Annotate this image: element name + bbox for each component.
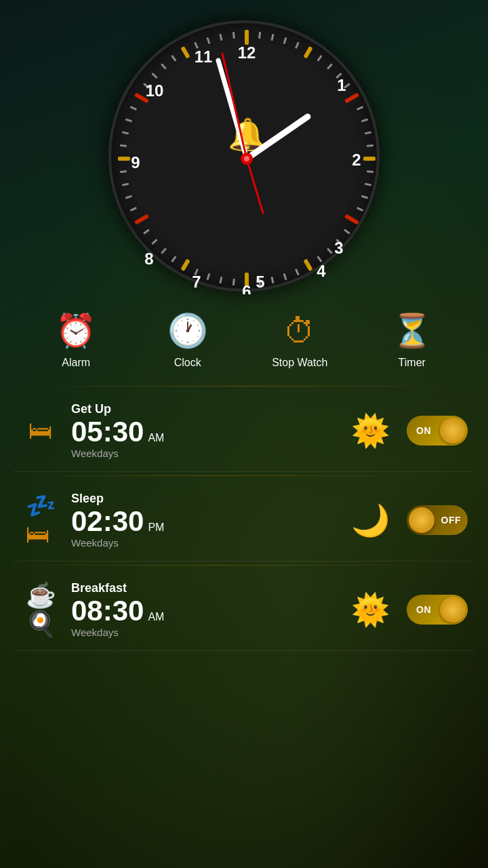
svg-text:6: 6 [242,282,251,294]
toggle-label-getup: ON [416,425,431,436]
svg-text:7: 7 [192,273,201,291]
alarm-emoji-getup: 🌞 [351,412,390,449]
timer-icon: ⏳ [392,312,432,350]
alarm-digits-breakfast: 08:30 [71,597,144,625]
alarm-name-sleep: Sleep [71,492,334,506]
nav-item-clock[interactable]: 🕐 Clock [161,312,215,369]
alarm-emoji-sleep: 🌙 [351,502,390,538]
svg-rect-37 [219,277,222,283]
toggle-label-sleep: OFF [441,515,462,526]
svg-rect-9 [118,157,130,161]
svg-rect-51 [130,106,137,111]
nav-item-stopwatch[interactable]: ⏱ Stop Watch [272,313,327,369]
svg-rect-4 [344,214,359,224]
svg-rect-40 [171,256,176,262]
alarm-days-getup: Weekdays [71,448,334,459]
nav-label-timer: Timer [399,357,426,369]
clock-svg: 12 1 2 3 4 5 6 7 8 9 10 11 🔔 [111,23,382,294]
alarm-item-sleep: 💤🛏 Sleep 02:30 PM Weekdays 🌙 OFF [14,479,474,561]
svg-rect-41 [161,248,167,254]
alarm-days-breakfast: Weekdays [71,627,334,638]
svg-rect-25 [365,183,371,186]
svg-point-78 [244,156,249,161]
svg-rect-13 [271,34,274,41]
svg-rect-43 [143,229,150,234]
toggle-label-breakfast: ON [416,604,431,615]
alarm-icon: ⏰ [56,312,96,350]
alarm-item-getup: 🛏 Get Up 05:30 AM Weekdays 🌞 ON [14,390,474,472]
toggle-sleep[interactable]: OFF [407,505,468,535]
svg-rect-50 [125,118,132,122]
toggle-getup[interactable]: ON [407,416,468,446]
alarm-days-sleep: Weekdays [71,537,334,549]
alarm-divider-1 [14,475,428,476]
alarm-icon-area-getup: 🛏 [20,416,61,445]
svg-rect-11 [180,46,190,59]
svg-rect-26 [361,195,368,199]
svg-rect-57 [206,37,210,44]
nav-label-alarm: Alarm [62,357,90,369]
svg-rect-58 [219,34,222,41]
svg-line-76 [247,159,263,213]
main-content: 12 1 2 3 4 5 6 7 8 9 10 11 🔔 [0,0,488,868]
alarm-list: 🛏 Get Up 05:30 AM Weekdays 🌞 ON 💤🛏 [0,390,488,651]
svg-rect-59 [232,32,235,39]
svg-rect-45 [125,195,132,199]
toggle-knob-sleep [409,507,434,533]
alarm-ampm-getup: AM [148,432,164,444]
alarm-time-breakfast: 08:30 AM [71,597,334,625]
svg-text:2: 2 [352,151,361,169]
svg-rect-30 [327,248,333,254]
alarm-time-getup: 05:30 AM [71,418,334,446]
svg-rect-20 [357,106,363,111]
alarm-name-getup: Get Up [71,402,334,416]
svg-rect-12 [258,32,261,39]
alarm-icon-area-breakfast: ☕🍳 [20,581,61,638]
alarm-ampm-sleep: PM [148,521,164,534]
svg-rect-15 [295,42,300,49]
svg-rect-24 [367,170,373,173]
svg-text:4: 4 [317,262,326,280]
svg-rect-2 [344,92,359,103]
clock-icon: 🕐 [167,312,208,350]
nav-section: ⏰ Alarm 🕐 Clock ⏱ Stop Watch ⏳ Timer [0,298,488,382]
svg-rect-1 [303,46,312,59]
svg-rect-49 [122,131,129,134]
toggle-breakfast[interactable]: ON [407,595,468,625]
clock-face: 12 1 2 3 4 5 6 7 8 9 10 11 🔔 [108,20,380,292]
getup-icon: 🛏 [28,416,53,445]
breakfast-icon: ☕🍳 [26,581,56,638]
svg-rect-38 [206,273,210,280]
analog-clock: 12 1 2 3 4 5 6 7 8 9 10 11 🔔 [108,20,380,292]
nav-item-alarm[interactable]: ⏰ Alarm [49,312,103,369]
svg-rect-27 [357,207,363,212]
svg-rect-47 [120,170,127,173]
nav-item-timer[interactable]: ⏳ Timer [385,312,439,369]
svg-text:11: 11 [195,47,213,66]
svg-rect-5 [303,258,312,271]
svg-rect-16 [317,55,322,62]
svg-rect-48 [120,144,127,147]
svg-rect-46 [122,183,129,186]
svg-rect-34 [271,277,274,283]
svg-rect-53 [151,73,157,79]
svg-text:9: 9 [131,153,140,172]
alarm-info-breakfast: Breakfast 08:30 AM Weekdays [71,581,334,638]
svg-rect-55 [171,55,176,62]
clock-section: 12 1 2 3 4 5 6 7 8 9 10 11 🔔 [0,0,488,292]
svg-rect-54 [161,63,167,69]
alarm-name-breakfast: Breakfast [71,581,334,595]
svg-rect-21 [361,118,368,122]
alarm-digits-sleep: 02:30 [71,507,144,536]
alarm-digits-getup: 05:30 [71,418,144,446]
svg-text:12: 12 [238,43,256,62]
sleep-icon: 💤🛏 [26,492,56,549]
alarm-divider-2 [14,565,428,566]
nav-label-clock: Clock [174,357,201,369]
svg-rect-7 [180,258,190,271]
nav-label-stopwatch: Stop Watch [272,357,327,369]
alarm-icon-area-sleep: 💤🛏 [20,492,61,549]
toggle-knob-getup [440,418,466,443]
svg-rect-23 [367,144,373,147]
svg-rect-3 [363,157,375,161]
